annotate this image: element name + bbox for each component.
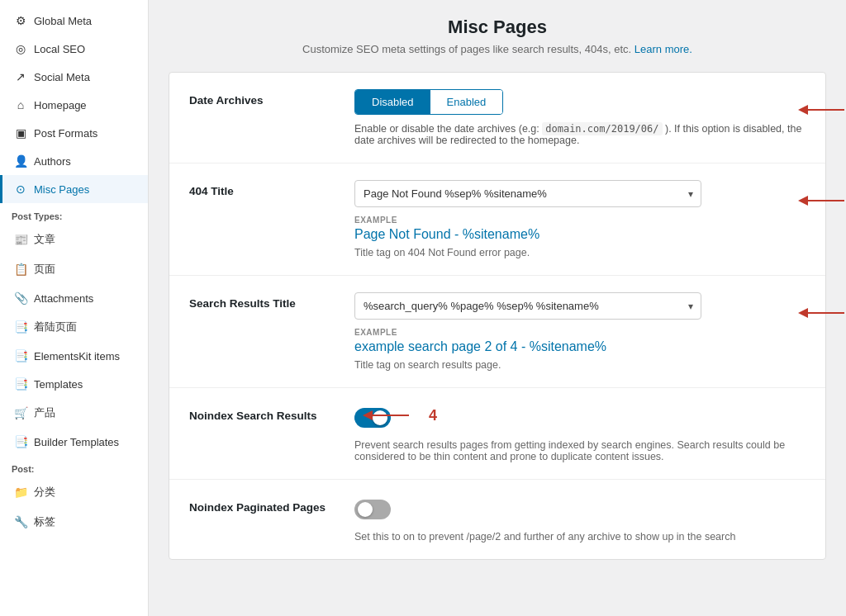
sidebar-item-social-meta[interactable]: ↗ Social Meta xyxy=(0,63,148,91)
noindex-paginated-track xyxy=(354,500,391,519)
sidebar-item-attachments[interactable]: 📎 Attachments xyxy=(0,284,148,312)
title-404-select[interactable]: Page Not Found %sep% %sitename% xyxy=(354,180,701,207)
search-results-select-wrapper: %search_query% %page% %sep% %sitename% ▾ xyxy=(354,292,701,320)
post-types-label: Post Types: xyxy=(0,203,148,225)
date-archives-disabled-btn[interactable]: Disabled xyxy=(355,90,430,114)
page-icon: 📋 xyxy=(14,263,27,276)
noindex-search-description: Prevent search results pages from gettin… xyxy=(354,439,806,462)
search-results-title-row: Search Results Title %search_query% %pag… xyxy=(169,276,825,388)
users-icon: 👤 xyxy=(14,154,27,168)
gear-icon: ⚙ xyxy=(14,14,27,27)
template-icon: 📑 xyxy=(14,377,27,391)
main-content: Misc Pages Customize SEO meta settings o… xyxy=(149,0,846,616)
sidebar-item-misc-pages[interactable]: ⊙ Misc Pages xyxy=(0,175,148,203)
search-results-title-control: %search_query% %page% %sep% %sitename% ▾… xyxy=(354,292,806,371)
noindex-paginated-row: Noindex Paginated Pages Set this to on t… xyxy=(169,480,825,559)
title-404-select-wrapper: Page Not Found %sep% %sitename% ▾ xyxy=(354,180,701,207)
noindex-search-label: Noindex Search Results xyxy=(189,405,354,422)
sidebar-item-homepage[interactable]: ⌂ Homepage xyxy=(0,91,148,119)
folder-icon: 📁 xyxy=(14,486,27,499)
location-icon: ◎ xyxy=(14,42,27,55)
noindex-paginated-toggle[interactable] xyxy=(354,500,391,519)
learn-more-link[interactable]: Learn more. xyxy=(634,43,692,55)
sidebar-item-wenzhang[interactable]: 📰 文章 xyxy=(0,225,148,254)
sidebar: ⚙ Global Meta ◎ Local SEO ↗ Social Meta … xyxy=(0,0,149,616)
sidebar-item-elementskit[interactable]: 📑 ElementsKit items xyxy=(0,342,148,370)
title-404-row: 404 Title Page Not Found %sep% %sitename… xyxy=(169,163,825,276)
attach-icon: 📎 xyxy=(14,291,27,305)
date-archives-label: Date Archives xyxy=(189,89,354,107)
landing-icon: 📑 xyxy=(14,320,27,334)
sidebar-item-templates[interactable]: 📑 Templates xyxy=(0,370,148,398)
date-archives-row: Date Archives Disabled Enabled Enable or… xyxy=(169,73,825,163)
title-404-example-label: EXAMPLE xyxy=(354,216,806,225)
noindex-paginated-control: Set this to on to prevent /page/2 and fu… xyxy=(354,496,806,543)
search-results-title-select[interactable]: %search_query% %page% %sep% %sitename% xyxy=(354,292,701,320)
date-archives-control: Disabled Enabled Enable or disable the d… xyxy=(354,89,806,146)
builder-icon: 📑 xyxy=(14,435,27,448)
title-404-label: 404 Title xyxy=(189,180,354,197)
circle-icon: ⊙ xyxy=(14,182,27,196)
tag-icon: 🔧 xyxy=(14,515,27,528)
noindex-search-thumb xyxy=(373,410,387,425)
noindex-paginated-thumb xyxy=(358,502,373,517)
elements-icon: 📑 xyxy=(14,349,27,362)
date-archives-code: domain.com/2019/06/ xyxy=(542,122,662,135)
doc-icon: 📰 xyxy=(14,233,27,246)
search-results-example-label: EXAMPLE xyxy=(354,328,806,337)
title-404-example-value: Page Not Found - %sitename% xyxy=(354,227,806,242)
page-header: Misc Pages Customize SEO meta settings o… xyxy=(169,17,826,55)
noindex-search-control: Prevent search results pages from gettin… xyxy=(354,405,806,462)
sidebar-item-zhuoluye[interactable]: 📑 着陆页面 xyxy=(0,312,148,342)
search-results-description: Title tag on search results page. xyxy=(354,359,806,371)
search-results-title-label: Search Results Title xyxy=(189,292,354,310)
home-icon: ⌂ xyxy=(14,98,27,111)
settings-box: Date Archives Disabled Enabled Enable or… xyxy=(169,72,826,560)
share-icon: ↗ xyxy=(14,70,27,83)
search-results-example-value: example search page 2 of 4 - %sitename% xyxy=(354,339,806,354)
sidebar-item-global-meta[interactable]: ⚙ Global Meta xyxy=(0,7,148,35)
page-title: Misc Pages xyxy=(169,17,826,38)
file-icon: ▣ xyxy=(14,126,27,140)
sidebar-item-local-seo[interactable]: ◎ Local SEO xyxy=(0,35,148,63)
sidebar-item-fenlei[interactable]: 📁 分类 xyxy=(0,477,148,507)
noindex-search-row: Noindex Search Results Prevent search re… xyxy=(169,388,825,480)
sidebar-item-yemian[interactable]: 📋 页面 xyxy=(0,254,148,284)
date-archives-enabled-btn[interactable]: Enabled xyxy=(430,90,503,114)
noindex-paginated-description: Set this to on to prevent /page/2 and fu… xyxy=(354,531,806,543)
sidebar-item-authors[interactable]: 👤 Authors xyxy=(0,147,148,175)
title-404-control: Page Not Found %sep% %sitename% ▾ EXAMPL… xyxy=(354,180,806,258)
noindex-paginated-label: Noindex Paginated Pages xyxy=(189,496,354,514)
noindex-search-track xyxy=(354,408,391,428)
sidebar-item-chanpin[interactable]: 🛒 产品 xyxy=(0,398,148,428)
date-archives-description: Enable or disable the date archives (e.g… xyxy=(354,123,806,146)
cart-icon: 🛒 xyxy=(14,406,27,419)
date-archives-toggle-group: Disabled Enabled xyxy=(354,89,503,115)
noindex-search-toggle[interactable] xyxy=(354,408,391,428)
sidebar-item-post-formats[interactable]: ▣ Post Formats xyxy=(0,119,148,147)
sidebar-item-biaoqian[interactable]: 🔧 标签 xyxy=(0,507,148,537)
page-description: Customize SEO meta settings of pages lik… xyxy=(169,43,826,55)
title-404-description: Title tag on 404 Not Found error page. xyxy=(354,247,806,258)
post-label: Post: xyxy=(0,456,148,477)
sidebar-item-builder-templates[interactable]: 📑 Builder Templates xyxy=(0,428,148,456)
